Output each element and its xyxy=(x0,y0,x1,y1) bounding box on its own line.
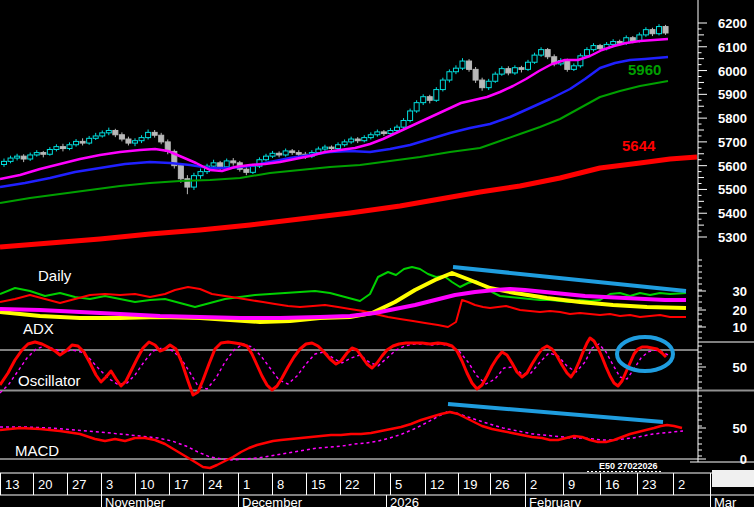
candle-down xyxy=(663,27,668,33)
month-label: 2026 xyxy=(390,495,419,507)
candle-up xyxy=(198,172,203,176)
candle-up xyxy=(264,156,269,160)
date-cell-label: 3 xyxy=(106,477,113,492)
indicator-axis-label: 30 xyxy=(733,284,747,299)
candle-up xyxy=(34,153,39,155)
candle-up xyxy=(447,72,452,80)
candle-down xyxy=(231,161,236,163)
indicator-axis-label: 10 xyxy=(733,320,747,335)
date-cell-label: 24 xyxy=(208,477,222,492)
candle-down xyxy=(159,135,164,142)
indicator-axis-label: 0 xyxy=(740,452,747,467)
candle-down xyxy=(178,166,183,179)
price-axis-label: 6100 xyxy=(718,40,747,55)
candle-up xyxy=(47,149,52,154)
date-cell-label: 19 xyxy=(463,477,477,492)
price-axis-label: 5700 xyxy=(718,135,747,150)
candle-down xyxy=(650,30,655,34)
candle-up xyxy=(643,30,648,35)
candle-down xyxy=(598,46,603,49)
month-label: February xyxy=(529,495,582,507)
candle-down xyxy=(630,38,635,41)
candle-up xyxy=(493,74,498,81)
indicator-axis-label: 50 xyxy=(733,360,747,375)
price-axis-label: 5800 xyxy=(718,111,747,126)
candle-up xyxy=(342,142,347,145)
candle-down xyxy=(290,151,295,153)
candle-up xyxy=(368,135,373,138)
candle-down xyxy=(119,135,124,139)
candle-down xyxy=(113,130,118,134)
date-cell-label: 10 xyxy=(140,477,154,492)
date-cell-label: 23 xyxy=(642,477,656,492)
month-label: Mar xyxy=(714,495,737,507)
candle-down xyxy=(565,61,570,70)
candle-down xyxy=(545,50,550,57)
candle-down xyxy=(80,141,85,143)
date-cell-label: 26 xyxy=(495,477,509,492)
price-axis-label: 5300 xyxy=(718,230,747,245)
candle-down xyxy=(244,169,249,172)
candle-up xyxy=(54,147,59,150)
candle-up xyxy=(8,158,13,161)
price-axis-label: 5900 xyxy=(718,87,747,102)
price-axis-label: 6000 xyxy=(718,64,747,79)
candle-down xyxy=(381,132,386,134)
candle-up xyxy=(146,132,151,137)
candle-up xyxy=(250,166,255,172)
candle-down xyxy=(355,139,360,141)
candle-down xyxy=(296,153,301,155)
candle-up xyxy=(532,55,537,62)
candle-up xyxy=(460,61,465,68)
date-cell-label: 27 xyxy=(72,477,86,492)
date-cell-label: 2 xyxy=(530,477,537,492)
month-label: November xyxy=(105,495,166,507)
candle-up xyxy=(106,130,111,132)
panel-label-adx: ADX xyxy=(23,321,54,336)
candle-up xyxy=(499,69,504,74)
date-cell-label: 16 xyxy=(605,477,619,492)
corner-gripper xyxy=(712,470,754,487)
candle-up xyxy=(322,147,327,149)
date-cell-label: 8 xyxy=(277,477,284,492)
candle-down xyxy=(21,156,26,159)
date-cell-label: 13 xyxy=(5,477,19,492)
date-cell-label: 1 xyxy=(243,477,250,492)
candle-up xyxy=(74,141,79,144)
candle-up xyxy=(453,68,458,72)
price-axis-label: 5600 xyxy=(718,159,747,174)
candle-up xyxy=(657,27,662,34)
candle-up xyxy=(512,68,517,73)
candle-down xyxy=(473,69,478,80)
month-label: December xyxy=(242,495,303,507)
candle-down xyxy=(519,68,524,70)
candle-down xyxy=(277,153,282,155)
candle-up xyxy=(414,103,419,111)
candle-down xyxy=(218,163,223,167)
candle-up xyxy=(87,138,92,143)
ma-green-price-label: 5960 xyxy=(628,62,661,77)
candle-up xyxy=(2,161,7,164)
indicator-axis-label: 20 xyxy=(733,303,747,318)
candle-down xyxy=(329,147,334,148)
candle-up xyxy=(486,81,491,87)
candle-up xyxy=(139,138,144,141)
candle-up xyxy=(571,66,576,70)
date-cell-label: 17 xyxy=(174,477,188,492)
date-cell-label: 20 xyxy=(38,477,52,492)
panel-label-daily: Daily xyxy=(38,268,71,283)
candle-up xyxy=(349,139,354,142)
date-cell-label: 22 xyxy=(345,477,359,492)
candle-down xyxy=(480,80,485,88)
date-cell-label: 5 xyxy=(395,477,402,492)
ma-red-price-label: 5644 xyxy=(622,138,655,153)
price-axis-label: 6200 xyxy=(718,16,747,31)
candle-up xyxy=(270,153,275,156)
candle-down xyxy=(60,147,65,149)
panel-label-macd: MACD xyxy=(15,443,59,458)
date-cell-label: 2 xyxy=(678,477,685,492)
candle-up xyxy=(133,141,138,143)
candle-up xyxy=(434,90,439,101)
candle-up xyxy=(93,136,98,138)
candle-up xyxy=(395,127,400,130)
